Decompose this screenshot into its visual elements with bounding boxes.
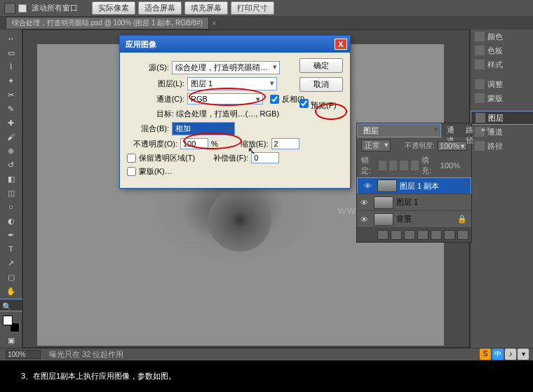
blendmode-select[interactable]: 正常 xyxy=(361,140,391,151)
lock-trans-icon[interactable] xyxy=(379,161,386,170)
stamp-tool[interactable]: ⊕ xyxy=(4,144,19,157)
panel-mask[interactable]: 蒙版 xyxy=(471,91,533,105)
source-select[interactable]: 综合处理，打造明亮眼睛… xyxy=(172,61,280,74)
panel-swatch[interactable]: 色板 xyxy=(471,43,533,58)
layer-row-bg[interactable]: 👁背景🔒 xyxy=(357,211,471,228)
lock-pos-icon[interactable] xyxy=(400,161,407,170)
panel-style[interactable]: 样式 xyxy=(471,58,533,72)
zoom-input[interactable] xyxy=(6,350,41,359)
target-label: 目标: xyxy=(156,109,174,118)
preview-label: 预览(P) xyxy=(311,101,337,109)
status-bar: 曝光只在 32 位起作用 xyxy=(0,348,533,360)
tray-icon-ime[interactable]: 中 xyxy=(492,349,504,360)
layer-name: 图层 1 副本 xyxy=(400,181,439,191)
marquee-tool[interactable]: ▭ xyxy=(4,46,19,59)
history-brush-tool[interactable]: ↺ xyxy=(4,158,19,171)
preview-checkbox[interactable] xyxy=(299,99,309,108)
panel-layers[interactable]: 图层 xyxy=(471,111,533,125)
dialog-titlebar[interactable]: 应用图像 X xyxy=(120,36,350,53)
pen-tool[interactable]: ✒ xyxy=(4,229,19,241)
brush-tool[interactable]: 🖌 xyxy=(4,130,19,143)
type-tool[interactable]: T xyxy=(4,243,19,255)
color-swatch[interactable] xyxy=(3,316,20,332)
shape-tool[interactable]: ▢ xyxy=(4,271,19,283)
opacity-label: 不透明度(O): xyxy=(127,139,177,149)
fill-label: 填充: xyxy=(421,155,436,176)
exposure-label: 曝光只在 32 位起作用 xyxy=(49,349,123,360)
tab-paths[interactable]: 路径 xyxy=(460,123,479,137)
crop-tool[interactable]: ✂ xyxy=(4,88,19,101)
group-icon[interactable] xyxy=(431,230,442,240)
apply-image-dialog: 应用图像 X 确定 取消 预览(P) 源(S):综合处理，打造明亮眼睛… 图层(… xyxy=(119,35,351,189)
tool-preset-icon[interactable] xyxy=(4,3,15,14)
panel-menu-icon[interactable]: ▸≡ xyxy=(479,123,493,137)
actual-pixels-button[interactable]: 实际像素 xyxy=(92,1,135,15)
ok-button[interactable]: 确定 xyxy=(299,58,343,73)
tab-channels[interactable]: 通道 xyxy=(441,123,460,137)
fill-value[interactable]: 100% xyxy=(439,161,467,170)
dialog-title: 应用图像 xyxy=(126,39,156,50)
panel-adjust[interactable]: 调整 xyxy=(471,77,533,91)
close-icon[interactable]: X xyxy=(335,39,347,50)
visibility-icon[interactable]: 👁 xyxy=(357,215,371,224)
heal-tool[interactable]: ✚ xyxy=(4,116,19,129)
adjustment-icon[interactable] xyxy=(417,230,429,240)
move-tool[interactable]: ↔ xyxy=(4,32,19,45)
lock-pixel-icon[interactable] xyxy=(389,161,397,170)
blur-tool[interactable]: ○ xyxy=(4,201,19,213)
color-icon xyxy=(475,32,485,41)
channel-select[interactable]: RGB xyxy=(187,93,263,104)
layer-thumb xyxy=(377,180,397,192)
link-icon[interactable] xyxy=(377,230,389,240)
opacity-label: 不透明度: xyxy=(405,141,435,151)
scale-input[interactable] xyxy=(271,138,299,149)
lock-label: 锁定: xyxy=(361,155,376,176)
quickmask-icon[interactable]: ▣ xyxy=(4,334,19,346)
lasso-tool[interactable]: ⌇ xyxy=(4,60,19,73)
lock-icon: 🔒 xyxy=(457,215,467,224)
trash-icon[interactable] xyxy=(457,230,468,240)
lock-all-icon[interactable] xyxy=(411,161,419,170)
document-tab[interactable]: 综合处理，打造明亮眼睛.psd @ 100% (图层 1 副本, RGB/8#) xyxy=(6,17,209,29)
eraser-tool[interactable]: ◧ xyxy=(4,173,19,185)
dodge-tool[interactable]: ◐ xyxy=(4,215,19,227)
panel-color[interactable]: 颜色 xyxy=(471,29,533,43)
gradient-tool[interactable]: ◫ xyxy=(4,187,19,199)
visibility-icon[interactable]: 👁 xyxy=(357,198,371,207)
tutorial-caption: 3、在图层1副本上执行应用图像，参数如图。 xyxy=(0,360,533,392)
scroll-all-checkbox[interactable] xyxy=(18,4,27,13)
fx-icon[interactable] xyxy=(391,230,402,240)
new-layer-icon[interactable] xyxy=(444,230,455,240)
panel-path[interactable]: 路径 xyxy=(471,139,533,153)
fill-screen-button[interactable]: 填充屏幕 xyxy=(184,1,228,15)
layer-row-1[interactable]: 👁图层 1 xyxy=(357,194,471,211)
layer-select[interactable]: 图层 1 xyxy=(187,77,277,90)
wand-tool[interactable]: ✦ xyxy=(4,74,19,87)
mask-checkbox[interactable] xyxy=(127,167,136,176)
eyedropper-tool[interactable]: ✎ xyxy=(4,102,19,115)
tray-icon-more[interactable]: ▾ xyxy=(518,349,529,360)
adjust-icon xyxy=(475,79,485,89)
opacity-input[interactable] xyxy=(180,138,208,149)
offset-label: 补偿值(F): xyxy=(213,153,248,163)
hand-tool[interactable]: ✋ xyxy=(4,285,19,297)
preserve-checkbox[interactable] xyxy=(127,154,136,163)
cancel-button[interactable]: 取消 xyxy=(299,77,343,92)
mask-add-icon[interactable] xyxy=(404,230,415,240)
tab-layers[interactable]: 图层 xyxy=(357,123,441,137)
layer-row-copy[interactable]: 👁图层 1 副本 xyxy=(357,177,471,194)
blend-select[interactable]: 相加 xyxy=(172,122,235,135)
visibility-icon[interactable]: 👁 xyxy=(360,182,375,190)
invert-checkbox[interactable] xyxy=(270,95,279,104)
toolbox: ↔ ▭ ⌇ ✦ ✂ ✎ ✚ 🖌 ⊕ ↺ ◧ ◫ ○ ◐ ✒ T ↗ ▢ ✋ 🔍 … xyxy=(0,29,22,348)
close-tab-icon[interactable]: × xyxy=(212,19,216,27)
tray-icon-s[interactable]: S xyxy=(480,349,491,360)
print-size-button[interactable]: 打印尺寸 xyxy=(231,1,274,15)
tray-icon-sound[interactable]: ♪ xyxy=(505,349,516,360)
path-tool[interactable]: ↗ xyxy=(4,257,19,269)
opacity-value[interactable]: 100% xyxy=(438,141,467,151)
offset-input[interactable] xyxy=(251,152,279,163)
blend-label: 混合(B): xyxy=(127,123,169,134)
scale-label: 缩放(E): xyxy=(241,139,269,149)
fit-screen-button[interactable]: 适合屏幕 xyxy=(138,1,182,15)
